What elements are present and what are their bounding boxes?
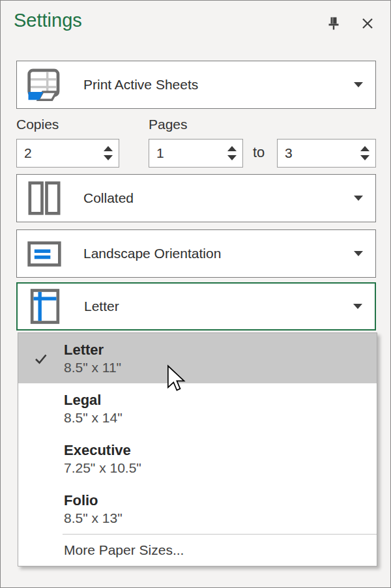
paper-size-dropdown[interactable]: Letter — [16, 282, 376, 331]
menu-item-folio[interactable]: Folio 8.5" x 13" — [18, 484, 377, 534]
collation-dropdown[interactable]: Collated — [16, 174, 376, 222]
pin-button[interactable] — [324, 14, 343, 33]
menu-item-title: Legal — [64, 391, 123, 409]
pages-from-stepper — [149, 139, 243, 168]
pages-from-spin-up-button[interactable] — [227, 146, 237, 151]
menu-item-size: 8.5" x 13" — [64, 509, 123, 527]
collation-label: Collated — [83, 190, 134, 206]
page-title: Settings — [14, 10, 82, 31]
paper-size-menu: Letter 8.5" x 11" Legal 8.5" x 14" Execu… — [18, 332, 377, 566]
more-paper-sizes-item[interactable]: More Paper Sizes... — [18, 535, 377, 566]
chevron-down-icon — [353, 304, 362, 309]
menu-item-legal[interactable]: Legal 8.5" x 14" — [18, 383, 377, 434]
copies-label: Copies — [16, 117, 59, 132]
pages-to-spin-up-button[interactable] — [360, 146, 369, 151]
menu-item-size: 8.5" x 14" — [64, 409, 123, 426]
menu-item-size: 8.5" x 11" — [64, 359, 121, 376]
copies-stepper — [16, 139, 119, 168]
menu-item-title: Letter — [64, 341, 121, 359]
paper-size-icon — [26, 288, 64, 325]
orientation-dropdown[interactable]: Landscape Orientation — [16, 229, 376, 278]
copies-spin-up-button[interactable] — [104, 146, 113, 151]
chevron-down-icon — [354, 251, 363, 256]
print-active-sheets-icon — [25, 66, 63, 103]
settings-pane: { "panel": { "title": "Settings" }, "pri… — [0, 0, 391, 588]
menu-item-title: Executive — [64, 441, 141, 459]
close-button[interactable] — [358, 14, 377, 33]
print-target-dropdown[interactable]: Print Active Sheets — [16, 61, 376, 109]
pages-to-spin-down-button[interactable] — [360, 155, 369, 160]
chevron-down-icon — [354, 82, 363, 87]
menu-item-executive[interactable]: Executive 7.25" x 10.5" — [18, 434, 377, 484]
pages-from-spin-down-button[interactable] — [227, 155, 237, 160]
paper-size-label: Letter — [84, 299, 119, 314]
orientation-label: Landscape Orientation — [83, 246, 221, 261]
check-icon — [18, 351, 64, 366]
close-icon — [360, 16, 375, 31]
collated-icon — [25, 180, 63, 216]
pages-label: Pages — [149, 117, 188, 132]
chevron-down-icon — [354, 196, 363, 201]
print-target-label: Print Active Sheets — [83, 77, 198, 93]
menu-item-title: Folio — [64, 492, 123, 509]
menu-item-letter[interactable]: Letter 8.5" x 11" — [18, 333, 377, 383]
landscape-orientation-icon — [25, 235, 63, 272]
menu-item-size: 7.25" x 10.5" — [64, 459, 141, 477]
copies-spin-down-button[interactable] — [104, 155, 113, 160]
pages-to-stepper — [277, 139, 376, 168]
pages-to-label: to — [253, 144, 265, 161]
pin-icon — [326, 16, 341, 31]
